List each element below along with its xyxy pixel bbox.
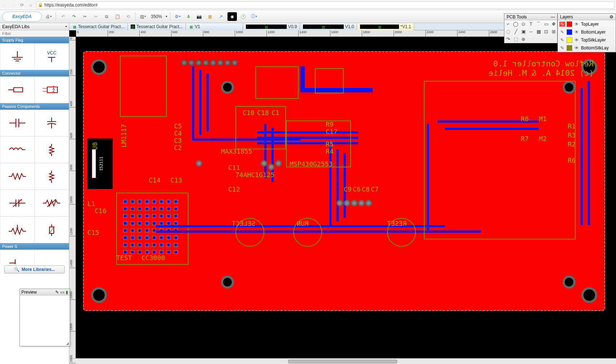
layer-row-bottomsilklay[interactable]: ✎ 👁 BottomSilkLay	[558, 44, 616, 52]
component-var-cap[interactable]	[0, 190, 35, 216]
component-resistor-v2[interactable]	[35, 163, 69, 190]
component-fuse[interactable]	[35, 216, 69, 243]
category-supply-flag[interactable]: Supply Flag	[0, 37, 69, 43]
tab-v1-0[interactable]: ▩V1.0	[300, 23, 357, 30]
layer-color-swatch[interactable]	[567, 29, 572, 35]
layer-color-swatch[interactable]	[567, 45, 572, 51]
horizontal-scrollbar[interactable]	[69, 358, 616, 364]
info-button[interactable]: ⓘ▾	[250, 12, 259, 21]
component-vcc[interactable]: VCC	[35, 43, 69, 70]
battery-icon[interactable]: ▮	[66, 290, 68, 295]
eye-icon[interactable]: 👁	[574, 38, 580, 43]
redo-button[interactable]: ↷	[70, 12, 78, 21]
eye-icon[interactable]: 👁	[574, 45, 580, 51]
minimize-icon[interactable]: —	[551, 14, 555, 19]
pcb-canvas[interactable]: Reflow Controller 1.0 (c) 2014 A. & M. H…	[76, 37, 616, 358]
tool-group[interactable]: ⬚	[512, 35, 520, 43]
tool-text[interactable]: T	[527, 20, 535, 28]
pcb-tools-panel[interactable]: PCB Tools — ⌐ ◯ ⊙ T ⌒ ▭ ✥ ◌ ╱ ▣ ↔ ▦ ⊡ ⊞ …	[504, 13, 558, 43]
copy-button[interactable]: ⧉	[102, 12, 111, 21]
category-connector[interactable]: Connector	[0, 70, 69, 76]
history-button[interactable]: ⟲	[124, 12, 133, 21]
label-u8: U8	[91, 142, 99, 150]
component-capacitor-pol[interactable]	[35, 110, 69, 136]
tab-v0-9[interactable]: ▩V0.9	[243, 23, 300, 30]
undo-button[interactable]: ↶	[59, 12, 68, 21]
app-logo[interactable]: EasyEDA	[2, 12, 42, 22]
preview-panel[interactable]: Preview ✎ ▭ ▮ ◢	[19, 289, 70, 346]
pencil-icon[interactable]: ✎	[559, 30, 565, 35]
component-pot[interactable]	[0, 216, 35, 243]
steam-button[interactable]: ◉	[227, 12, 237, 21]
tool-via[interactable]: ⊙	[520, 20, 527, 28]
tool-image[interactable]: ▣	[520, 28, 527, 35]
zoom-level[interactable]: 350%	[149, 14, 164, 19]
address-bar[interactable]: 🔒 https://easyeda.com/editor#	[36, 1, 615, 9]
settings-button[interactable]: ⚙▾	[173, 12, 182, 21]
tool-track[interactable]: ⌐	[504, 20, 512, 28]
library-filter-input[interactable]	[0, 30, 69, 37]
bom-button[interactable]: ▦	[206, 12, 214, 21]
tool-dimension[interactable]: ↔	[527, 28, 535, 35]
resize-handle-icon[interactable]: ◢	[66, 341, 69, 345]
ruler-vertical[interactable]: 0200400600800100012001400160018002000220…	[69, 37, 76, 358]
clock-button[interactable]: 🕐	[239, 12, 248, 21]
paste-button[interactable]: 📋	[113, 12, 122, 21]
component-gnd[interactable]	[0, 43, 35, 70]
delete-button[interactable]: ✂	[91, 12, 100, 21]
align-button[interactable]: ▤▾	[139, 12, 147, 21]
component-power-1[interactable]	[0, 250, 35, 264]
category-passive[interactable]: Passive Components	[0, 103, 69, 110]
layer-row-toplayer[interactable]: ✎ 👁 TopLayer	[558, 20, 616, 28]
nav-home-button[interactable]: ⌂	[27, 2, 34, 8]
eye-icon[interactable]: 👁	[574, 30, 580, 35]
tool-line[interactable]: ╱	[512, 28, 520, 35]
category-power[interactable]: Power S	[0, 243, 69, 250]
tab-tesseract-guitar-pract---[interactable]: ▦Tesseract Guitar Pract...	[69, 23, 128, 30]
pcb-board[interactable]: Reflow Controller 1.0 (c) 2014 A. & M. H…	[83, 51, 605, 311]
layer-color-swatch[interactable]	[567, 21, 572, 27]
nav-reload-button[interactable]: ⟳	[19, 2, 25, 8]
cut-button[interactable]: ✂	[81, 12, 89, 21]
component-var-res[interactable]	[35, 190, 69, 216]
tab-v1[interactable]: ▦V1	[186, 23, 243, 30]
place-icon[interactable]: ▭	[60, 290, 64, 295]
tool-pad[interactable]: ◯	[512, 20, 520, 28]
export-button[interactable]: ↗	[217, 12, 225, 21]
tab--v1-1[interactable]: ▩*V1.1	[357, 23, 414, 30]
tool-rect-icon[interactable]: ▭	[542, 20, 550, 28]
library-header[interactable]: EasyEDA Libs▾	[0, 23, 69, 30]
pencil-icon[interactable]: ✎	[559, 45, 565, 51]
pencil-icon[interactable]: ✎	[559, 22, 565, 27]
component-resistor-v[interactable]	[35, 136, 69, 163]
tool-arc[interactable]: ⌒	[535, 20, 542, 28]
component-connector-2[interactable]: 12	[35, 76, 69, 103]
tool-origin[interactable]: ⊕	[520, 35, 527, 43]
tool-copper[interactable]: ▦	[535, 28, 542, 35]
tool-move-icon[interactable]: ✥	[550, 20, 558, 28]
tool-array[interactable]: ⊞	[550, 28, 558, 35]
nav-forward-button[interactable]: →	[10, 2, 17, 8]
eye-icon[interactable]: 👁	[574, 22, 580, 27]
component-connector-1[interactable]	[0, 76, 35, 103]
layer-color-swatch[interactable]	[567, 37, 572, 43]
print-button[interactable]: 🖨▾	[44, 12, 53, 21]
nav-back-button[interactable]: ←	[1, 2, 8, 8]
tool-hole[interactable]: ◌	[504, 28, 512, 35]
layer-row-bottomlayer[interactable]: ✎ 👁 BottomLayer	[558, 28, 616, 36]
camera-button[interactable]: 📷	[195, 12, 204, 21]
share-button[interactable]: ⋔	[184, 12, 193, 21]
tool-connect[interactable]: ⊡	[542, 28, 550, 35]
pencil-icon[interactable]: ✎	[559, 38, 565, 43]
layers-panel[interactable]: Layers ⚙ ✎ 👁 TopLayer✎ 👁 BottomLayer✎ 👁 …	[558, 13, 616, 52]
layer-row-topsilklayer[interactable]: ✎ 👁 TopSilkLayer	[558, 36, 616, 44]
component-inductor[interactable]	[0, 136, 35, 163]
edit-icon[interactable]: ✎	[55, 290, 59, 295]
preview-title: Preview	[21, 290, 37, 295]
component-capacitor[interactable]	[0, 110, 35, 136]
more-libraries-button[interactable]: 🔍 More Libraries...	[4, 266, 65, 273]
tool-measure[interactable]: ↷	[504, 35, 512, 43]
tab-tesseract-guitar-pract---[interactable]: ▩Tesseract Guitar Pract...	[128, 23, 186, 30]
component-resistor-h[interactable]	[0, 163, 35, 190]
gear-icon[interactable]: ⚙	[610, 14, 613, 19]
